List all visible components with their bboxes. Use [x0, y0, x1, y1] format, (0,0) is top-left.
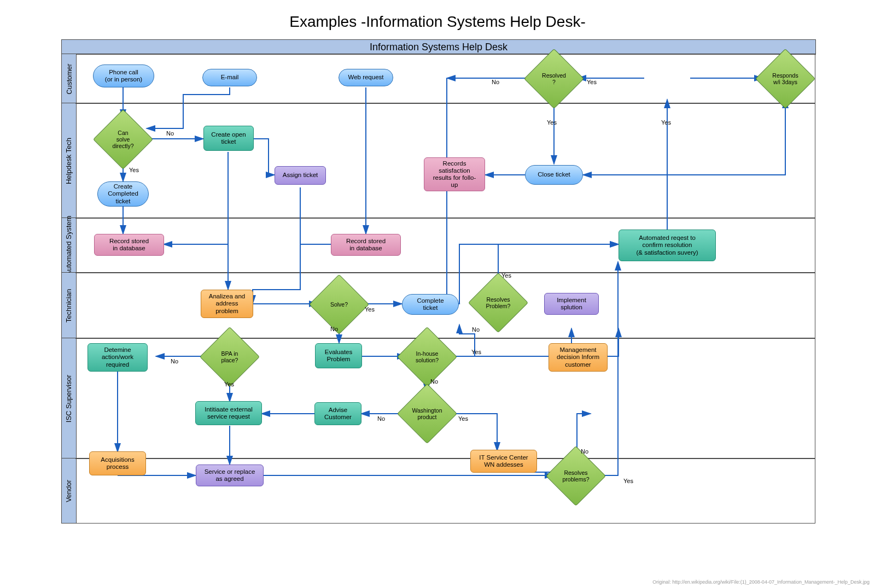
- edge-label: No: [430, 378, 438, 385]
- node-inhouse: In-housesolution?: [406, 336, 448, 378]
- edge-label: No: [581, 448, 588, 455]
- node-records-satisfaction: Recordssatisfactionresults for follo-up: [424, 157, 485, 191]
- edge-label: Yes: [365, 306, 375, 313]
- node-bpa: BPA inplace?: [208, 336, 251, 378]
- node-it-service-center: IT Service CenterWN addesses: [470, 450, 537, 473]
- node-record-stored-1: Record storedin database: [94, 234, 164, 256]
- node-complete-ticket: Completeticket: [402, 294, 459, 315]
- node-initiate-external: Intitiaate externalservice request: [195, 401, 262, 425]
- edge-label: No: [166, 130, 174, 137]
- node-resolves-problems-2: Resolvesproblems?: [555, 455, 597, 497]
- node-email: E-mail: [202, 69, 257, 86]
- pool-header: Information Systems Help Desk: [61, 39, 816, 55]
- edge-label: Yes: [471, 349, 481, 355]
- edge-label: Yes: [224, 381, 234, 387]
- node-acquisitions: Acquisitionsprocess: [89, 451, 146, 475]
- lane-label-vendor: Vendor: [61, 458, 77, 524]
- node-responds: Respondsw/i 3days: [764, 57, 807, 100]
- edge-label: Yes: [587, 79, 597, 85]
- lane-label-helpdesk: Helpdesk Tech: [61, 103, 77, 219]
- node-phone-call: Phone call(or in person): [93, 64, 154, 87]
- node-evaluates-problem: EvaluatesProblem: [315, 343, 362, 368]
- node-determine-action: Detemineaction/workrequired: [88, 343, 148, 372]
- node-assign-ticket: Assign ticket: [275, 166, 326, 185]
- node-resolves-problem: ResolvesProblem?: [477, 281, 520, 324]
- edge-label: No: [492, 79, 499, 85]
- swimlane-diagram: Examples -Information Systems Help Desk-…: [0, 0, 875, 588]
- edge-label: Yes: [458, 415, 468, 422]
- node-can-solve: Cansolvedirectly?: [102, 118, 144, 161]
- node-solve: Solve?: [318, 283, 360, 326]
- node-management-decision: Managementdecision Informcustomer: [549, 343, 608, 372]
- node-advise-customer: AdviseCustomer: [314, 402, 361, 425]
- node-implement-solution: Implementsplution: [544, 293, 599, 315]
- lane-label-automated: Automated System: [61, 217, 77, 273]
- edge-label: No: [171, 358, 178, 364]
- node-service-or-replace: Service or replaceas agreed: [196, 464, 264, 486]
- node-web-request: Web request: [339, 69, 393, 86]
- node-resolved: Resolved?: [533, 57, 575, 100]
- lane-vendor: [75, 458, 815, 524]
- edge-label: Yes: [501, 272, 511, 279]
- lane-label-technician: Technician: [61, 272, 77, 339]
- edge-label: Yes: [129, 167, 139, 173]
- credit-text: Original: http://en.wikipedia.org/wiki/F…: [652, 579, 870, 585]
- edge-label: Yes: [547, 119, 557, 126]
- lane-customer: [75, 54, 815, 104]
- node-washington: Washingtonproduct: [406, 392, 448, 435]
- lane-label-customer: Customer: [61, 54, 77, 104]
- node-automated-request: Automated reqest toconfirm resolution(& …: [619, 230, 716, 261]
- edge-label: No: [377, 415, 385, 422]
- node-close-ticket: Close ticket: [525, 165, 583, 185]
- lane-label-supervisor: ISC Supervisor: [61, 338, 77, 459]
- edge-label: Yes: [661, 119, 671, 126]
- node-record-stored-2: Record storedin database: [331, 234, 401, 256]
- edge-label: Yes: [623, 478, 633, 484]
- edge-label: No: [330, 326, 338, 332]
- page-title: Examples -Information Systems Help Desk-: [0, 13, 875, 31]
- node-analize-problem: Analizea andaddressproblem: [201, 290, 253, 318]
- node-create-open-ticket: Create openticket: [203, 126, 254, 151]
- node-create-completed-ticket: CreateCompletedticket: [97, 181, 149, 207]
- edge-label: No: [472, 326, 480, 333]
